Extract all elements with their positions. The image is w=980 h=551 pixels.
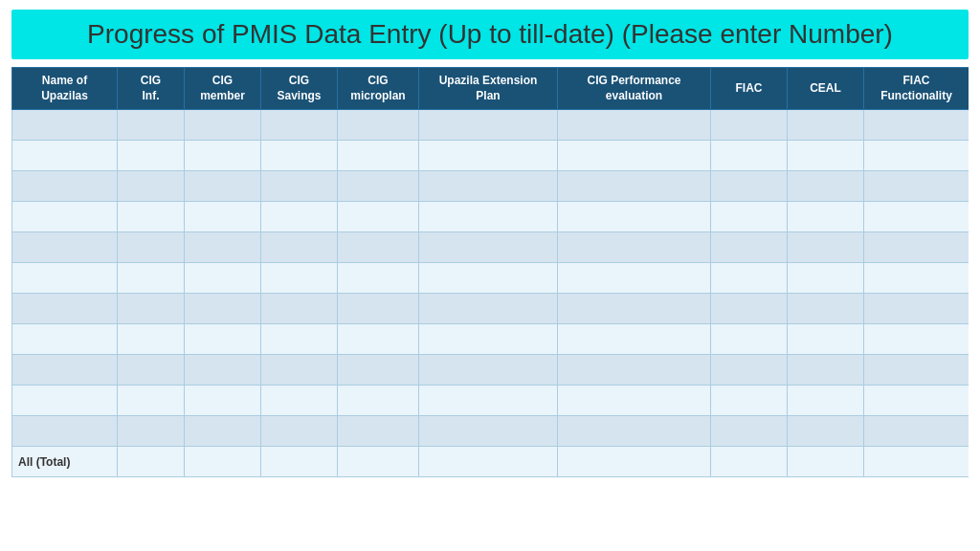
table-cell[interactable]: [419, 355, 558, 386]
table-cell[interactable]: [118, 355, 185, 386]
table-cell[interactable]: [185, 324, 261, 355]
table-cell[interactable]: [118, 141, 185, 171]
total-value-cell[interactable]: [118, 447, 185, 477]
table-cell[interactable]: [558, 263, 711, 294]
table-cell[interactable]: [788, 416, 864, 447]
table-cell[interactable]: [261, 416, 338, 447]
table-cell[interactable]: [558, 355, 711, 386]
table-cell[interactable]: [864, 416, 969, 447]
table-cell[interactable]: [261, 171, 338, 202]
table-cell[interactable]: [12, 294, 118, 324]
table-cell[interactable]: [864, 202, 969, 232]
table-cell[interactable]: [185, 141, 261, 171]
table-cell[interactable]: [419, 294, 558, 324]
table-cell[interactable]: [118, 263, 185, 294]
total-value-cell[interactable]: [419, 447, 558, 477]
table-cell[interactable]: [558, 232, 711, 263]
table-cell[interactable]: [338, 355, 419, 386]
table-cell[interactable]: [419, 232, 558, 263]
table-cell[interactable]: [558, 202, 711, 232]
table-cell[interactable]: [558, 171, 711, 202]
table-cell[interactable]: [338, 110, 419, 141]
table-cell[interactable]: [558, 110, 711, 141]
table-cell[interactable]: [419, 141, 558, 171]
table-cell[interactable]: [261, 202, 338, 232]
table-cell[interactable]: [261, 294, 338, 324]
table-cell[interactable]: [185, 110, 261, 141]
table-cell[interactable]: [788, 141, 864, 171]
table-cell[interactable]: [711, 110, 788, 141]
table-cell[interactable]: [788, 263, 864, 294]
table-cell[interactable]: [12, 324, 118, 355]
table-cell[interactable]: [185, 416, 261, 447]
table-cell[interactable]: [261, 386, 338, 416]
table-cell[interactable]: [185, 294, 261, 324]
table-cell[interactable]: [558, 324, 711, 355]
table-cell[interactable]: [711, 355, 788, 386]
table-cell[interactable]: [185, 202, 261, 232]
table-cell[interactable]: [338, 263, 419, 294]
table-cell[interactable]: [338, 324, 419, 355]
table-cell[interactable]: [118, 202, 185, 232]
table-cell[interactable]: [864, 110, 969, 141]
table-cell[interactable]: [338, 232, 419, 263]
table-cell[interactable]: [261, 110, 338, 141]
table-cell[interactable]: [711, 171, 788, 202]
table-cell[interactable]: [864, 386, 969, 416]
table-cell[interactable]: [711, 263, 788, 294]
table-cell[interactable]: [788, 110, 864, 141]
table-cell[interactable]: [711, 141, 788, 171]
total-value-cell[interactable]: [261, 447, 338, 477]
table-cell[interactable]: [12, 171, 118, 202]
table-cell[interactable]: [118, 386, 185, 416]
table-cell[interactable]: [864, 232, 969, 263]
table-cell[interactable]: [185, 355, 261, 386]
table-cell[interactable]: [185, 171, 261, 202]
table-cell[interactable]: [788, 386, 864, 416]
table-cell[interactable]: [118, 110, 185, 141]
table-cell[interactable]: [864, 171, 969, 202]
table-cell[interactable]: [185, 386, 261, 416]
total-value-cell[interactable]: [788, 447, 864, 477]
table-cell[interactable]: [338, 386, 419, 416]
table-cell[interactable]: [12, 263, 118, 294]
table-cell[interactable]: [118, 324, 185, 355]
table-cell[interactable]: [261, 232, 338, 263]
table-cell[interactable]: [12, 386, 118, 416]
table-cell[interactable]: [558, 141, 711, 171]
table-cell[interactable]: [185, 263, 261, 294]
table-cell[interactable]: [12, 141, 118, 171]
table-cell[interactable]: [118, 416, 185, 447]
table-cell[interactable]: [558, 416, 711, 447]
table-cell[interactable]: [558, 294, 711, 324]
table-cell[interactable]: [118, 294, 185, 324]
table-cell[interactable]: [261, 141, 338, 171]
table-cell[interactable]: [118, 232, 185, 263]
table-cell[interactable]: [558, 386, 711, 416]
table-cell[interactable]: [788, 294, 864, 324]
table-cell[interactable]: [12, 355, 118, 386]
table-cell[interactable]: [12, 232, 118, 263]
table-cell[interactable]: [338, 294, 419, 324]
table-cell[interactable]: [338, 171, 419, 202]
total-value-cell[interactable]: [185, 447, 261, 477]
total-value-cell[interactable]: [558, 447, 711, 477]
table-cell[interactable]: [711, 386, 788, 416]
table-cell[interactable]: [338, 202, 419, 232]
table-cell[interactable]: [185, 232, 261, 263]
total-value-cell[interactable]: [338, 447, 419, 477]
table-cell[interactable]: [338, 416, 419, 447]
table-cell[interactable]: [711, 232, 788, 263]
table-cell[interactable]: [118, 171, 185, 202]
table-cell[interactable]: [419, 110, 558, 141]
total-value-cell[interactable]: [864, 447, 969, 477]
table-cell[interactable]: [864, 294, 969, 324]
table-cell[interactable]: [711, 416, 788, 447]
table-cell[interactable]: [419, 263, 558, 294]
table-cell[interactable]: [338, 141, 419, 171]
table-cell[interactable]: [261, 263, 338, 294]
table-cell[interactable]: [711, 324, 788, 355]
table-cell[interactable]: [419, 202, 558, 232]
table-cell[interactable]: [419, 386, 558, 416]
table-cell[interactable]: [12, 416, 118, 447]
